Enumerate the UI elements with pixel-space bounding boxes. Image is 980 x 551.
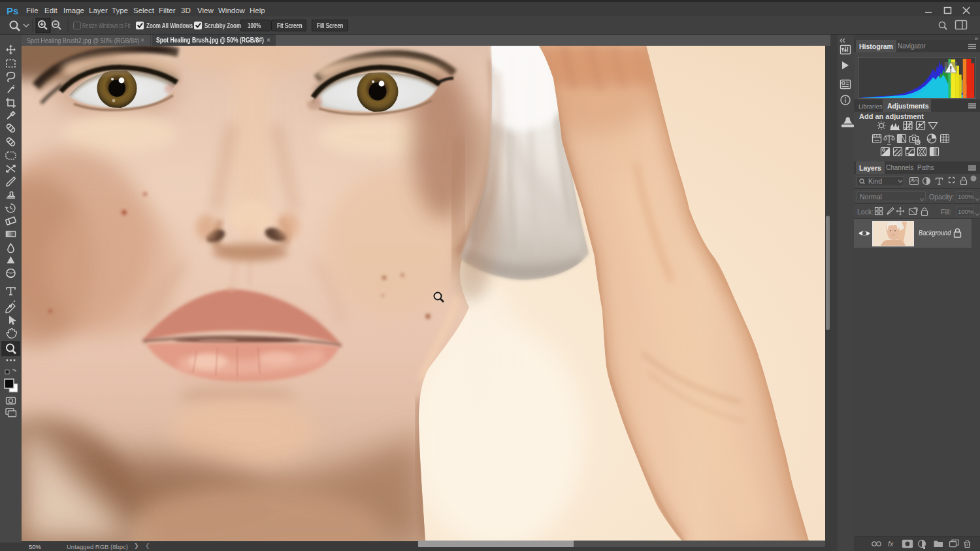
svg-text:fx: fx bbox=[888, 540, 894, 548]
